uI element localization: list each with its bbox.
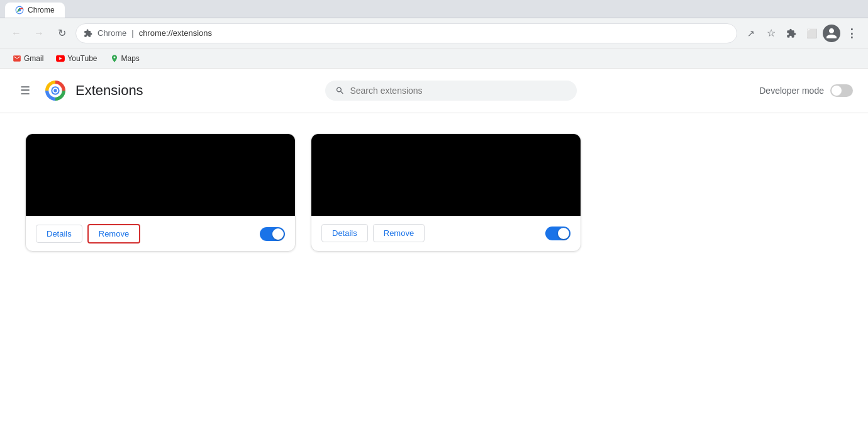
bookmark-gmail[interactable]: Gmail (8, 52, 48, 65)
split-screen-button[interactable]: ⬜ (803, 25, 820, 42)
extension-card-footer-2: Details Remove (311, 216, 581, 250)
extension-image-1 (26, 134, 295, 216)
active-tab[interactable]: Chrome (5, 3, 65, 18)
tab-bar: Chrome (0, 0, 868, 18)
bookmark-maps[interactable]: Maps (105, 52, 145, 65)
youtube-icon (56, 54, 65, 63)
search-bar (325, 81, 577, 101)
extension-toggle-2[interactable] (545, 227, 570, 240)
puzzle-icon (786, 28, 796, 38)
nav-bar: ← → ↻ Chrome | chrome://extensions ↗ ☆ ⬜ (0, 18, 868, 48)
bookmark-youtube[interactable]: YouTube (51, 52, 102, 65)
address-path: chrome://extensions (139, 28, 212, 38)
developer-mode-toggle[interactable] (830, 84, 853, 97)
toggle-knob-1 (272, 228, 284, 240)
page-title: Extensions (75, 82, 143, 99)
address-domain: Chrome (97, 28, 126, 38)
extension-image-2 (311, 134, 581, 216)
extension-card-2: Details Remove (311, 133, 581, 252)
sidebar-menu-button[interactable]: ☰ (15, 79, 35, 103)
developer-mode-label: Developer mode (759, 86, 824, 96)
reload-button[interactable]: ↻ (53, 25, 70, 42)
remove-button-2[interactable]: Remove (373, 224, 425, 242)
bookmark-gmail-label: Gmail (24, 54, 43, 63)
bookmark-maps-label: Maps (121, 54, 140, 63)
address-bar-icon (84, 29, 92, 38)
browser-frame: Chrome ← → ↻ Chrome | chrome://extension… (0, 0, 868, 431)
more-options-button[interactable]: ⋮ (843, 25, 860, 42)
extension-card-1: Details Remove (25, 133, 296, 252)
remove-button-1[interactable]: Remove (87, 224, 140, 243)
bookmarks-bar: Gmail YouTube Maps (0, 48, 868, 69)
page-content: ☰ Extensions (0, 69, 868, 431)
extensions-button[interactable] (782, 25, 800, 42)
svg-point-5 (53, 89, 57, 92)
forward-button[interactable]: → (30, 25, 48, 42)
chrome-logo (45, 81, 65, 101)
search-icon (335, 86, 345, 96)
maps-icon (110, 54, 119, 63)
profile-avatar[interactable] (823, 25, 840, 42)
extensions-header: ☰ Extensions (0, 69, 868, 113)
address-bar[interactable]: Chrome | chrome://extensions (75, 23, 737, 43)
address-separator: | (131, 28, 133, 38)
toggle-on-1[interactable] (260, 227, 285, 241)
extensions-grid: Details Remove Details Remove (0, 113, 868, 272)
details-button-1[interactable]: Details (36, 225, 82, 243)
back-button[interactable]: ← (8, 25, 25, 42)
toggle-knob (832, 86, 842, 96)
bookmark-youtube-label: YouTube (67, 54, 97, 63)
extension-card-footer-1: Details Remove (26, 216, 295, 251)
search-input[interactable] (350, 86, 567, 96)
nav-actions: ↗ ☆ ⬜ ⋮ (742, 25, 860, 42)
share-button[interactable]: ↗ (742, 25, 760, 42)
tab-title: Chrome (28, 6, 55, 14)
gmail-icon (13, 54, 21, 63)
toggle-knob-2 (558, 228, 569, 239)
avatar-icon (825, 27, 838, 40)
details-button-2[interactable]: Details (321, 224, 368, 242)
toggle-on-2[interactable] (545, 227, 570, 240)
star-button[interactable]: ☆ (762, 25, 780, 42)
tab-favicon (15, 6, 24, 14)
extension-toggle-1[interactable] (260, 227, 285, 241)
developer-mode-section: Developer mode (759, 84, 853, 97)
